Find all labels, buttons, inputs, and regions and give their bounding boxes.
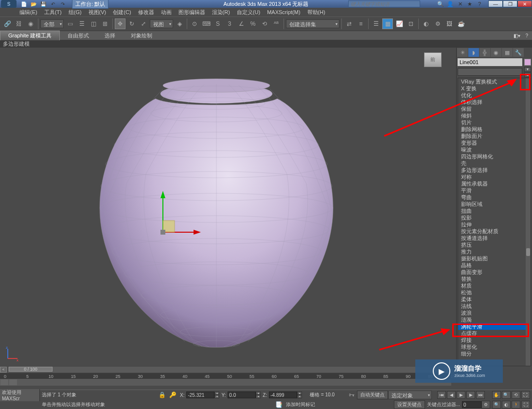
curve-editor-icon[interactable]: 📈 [394, 18, 405, 29]
nav-zoom-icon[interactable]: 🔍 [502, 391, 511, 399]
play-icon[interactable]: ▶ [457, 391, 465, 399]
object-name-field[interactable]: Line001 [458, 58, 522, 66]
sub-ribbon[interactable]: 多边形建模 [0, 40, 532, 48]
render-icon[interactable]: ☕ [456, 18, 466, 29]
qat-save-icon[interactable]: 💾 [39, 0, 48, 7]
search-input[interactable] [348, 0, 420, 7]
move-icon[interactable]: ✥ [115, 18, 125, 29]
current-frame-input[interactable] [462, 401, 481, 408]
scrollbar[interactable] [526, 78, 531, 366]
layer-icon[interactable]: ☰ [371, 18, 381, 29]
bind-icon[interactable]: ◉ [25, 18, 36, 29]
menu-edit[interactable]: 编辑(E) [19, 9, 37, 16]
viewport[interactable]: 前 z x [0, 48, 451, 366]
modifier-item[interactable]: 体积选择 [458, 99, 531, 105]
modifier-item[interactable]: 曲面变形 [458, 269, 531, 275]
snap-spinner-icon[interactable]: ⟲ [259, 18, 270, 29]
modifier-item[interactable]: 球形化 [458, 343, 531, 350]
nav-pan-icon[interactable]: ✋ [492, 391, 501, 399]
render-setup-icon[interactable]: ⚙ [432, 18, 443, 29]
qat-redo-icon[interactable]: ↷ [58, 0, 67, 7]
favorites-icon[interactable]: ★ [466, 0, 474, 7]
modifier-item[interactable]: 对称 [458, 173, 531, 180]
nav-max2-icon[interactable]: ⛶ [521, 401, 530, 409]
menu-tools[interactable]: 工具(T) [44, 9, 62, 16]
tab-create-icon[interactable]: ✳ [457, 48, 468, 57]
modifier-item[interactable]: 删除网格 [458, 126, 531, 133]
viewcube[interactable]: 前 [424, 52, 443, 67]
keyboard-icon[interactable]: ⌨ [201, 18, 212, 29]
scale-icon[interactable]: ⤢ [138, 18, 149, 29]
tab-motion-icon[interactable]: ◉ [491, 48, 501, 57]
key-icon[interactable]: 🔑 [167, 390, 178, 400]
manipulate-icon[interactable]: ⊙ [189, 18, 200, 29]
snap-abc-icon[interactable]: ᴬᴮ [271, 18, 282, 29]
schematic-icon[interactable]: ⊡ [406, 18, 416, 29]
coord-y-input[interactable] [228, 392, 256, 398]
menu-graph[interactable]: 图形编辑器 [178, 9, 205, 16]
modifier-item[interactable]: 优化 [458, 92, 531, 99]
object-color-swatch[interactable] [524, 59, 531, 66]
timeconfig-icon[interactable]: ⚙ [481, 401, 490, 409]
snap-percent-icon[interactable]: % [248, 18, 258, 29]
minimize-button[interactable]: — [488, 0, 503, 7]
modifier-list-dropdown[interactable] [458, 68, 522, 76]
modifier-item[interactable]: 弯曲 [458, 194, 531, 201]
exchange-icon[interactable]: ✕ [456, 0, 464, 7]
viewport-scene[interactable] [0, 48, 451, 366]
keyfilter-button[interactable]: 关键点过滤器... [425, 401, 462, 408]
tab-utilities-icon[interactable]: 🔧 [513, 48, 524, 57]
modifier-item[interactable]: 属性承载器 [458, 180, 531, 187]
modifier-item[interactable]: 按元素分配材质 [458, 228, 531, 235]
menu-custom[interactable]: 自定义(U) [237, 9, 260, 16]
link-icon[interactable]: 🔗 [2, 18, 13, 29]
time-slider[interactable]: 0 / 100 [8, 367, 443, 373]
nav-orbit-icon[interactable]: ⟲ [512, 391, 520, 399]
tab-display-icon[interactable]: ▦ [502, 48, 513, 57]
ribbon-tab-paint[interactable]: 对象绘制 [123, 31, 160, 40]
align-icon[interactable]: ≡ [355, 18, 366, 29]
autokey-button[interactable]: 自动关键点 [357, 391, 388, 399]
modifier-item[interactable]: 晶格 [458, 262, 531, 269]
maximize-button[interactable]: ❐ [503, 0, 517, 7]
nav-fov-icon[interactable]: ◐ [502, 401, 511, 409]
keymode-icon[interactable]: 🗝 [346, 390, 357, 400]
app-icon[interactable]: S [1, 0, 17, 8]
rotate-icon[interactable]: ↻ [126, 18, 137, 29]
ribbon-tab-graphite[interactable]: Graphite 建模工具 [0, 31, 60, 40]
modifier-item[interactable]: 焊接 [458, 337, 531, 343]
modifier-item[interactable]: 变形器 [458, 139, 531, 146]
menu-modifiers[interactable]: 修改器 [138, 9, 154, 16]
goto-start-icon[interactable]: ⏮ [437, 391, 446, 399]
snap-s-icon[interactable]: S [213, 18, 223, 29]
menu-animation[interactable]: 动画 [161, 9, 172, 16]
menu-group[interactable]: 组(G) [69, 9, 82, 16]
modifier-item[interactable]: 推力 [458, 248, 531, 255]
nav-max-icon[interactable]: ⛶ [521, 391, 530, 399]
named-selection-set[interactable]: 创建选择集 [286, 19, 339, 28]
modifier-item[interactable]: 多边形选择 [458, 167, 531, 173]
time-ruler[interactable]: 0510152025303540455055606570758085909510… [0, 373, 451, 379]
select-icon[interactable]: ▭ [65, 18, 75, 29]
modifier-item[interactable]: 影响区域 [458, 201, 531, 207]
nav-zoom2-icon[interactable]: 🔍 [492, 401, 501, 409]
modifier-item[interactable]: 挤压 [458, 241, 531, 248]
close-button[interactable]: ✕ [517, 0, 532, 7]
menu-create[interactable]: 创建(C) [113, 9, 131, 16]
ribbon-tab-freeform[interactable]: 自由形式 [60, 31, 97, 40]
track-btn2[interactable] [9, 379, 17, 385]
modifier-item[interactable]: 柔体 [458, 296, 531, 303]
modifier-item[interactable]: 保留 [458, 105, 531, 112]
unlink-icon[interactable]: ⛓ [14, 18, 24, 29]
modifier-item[interactable]: 波浪 [458, 309, 531, 316]
modifier-list[interactable]: VRay 置换模式X 变换优化体积选择保留倾斜切片删除网格删除面片变形器噪波四边… [458, 78, 531, 366]
track-btn1[interactable] [0, 379, 8, 385]
modifier-item[interactable]: 四边形网格化 [458, 153, 531, 160]
modifier-item[interactable]: 删除面片 [458, 133, 531, 139]
pivot-icon[interactable]: ◈ [174, 18, 185, 29]
selection-filter[interactable]: 全部 [40, 19, 64, 28]
viewcube-face[interactable]: 前 [424, 52, 442, 67]
subscription-icon[interactable]: 👤 [446, 0, 454, 7]
time-slider-thumb[interactable]: 0 / 100 [9, 367, 53, 372]
ribbon-toggle-icon[interactable]: ▦ [382, 18, 393, 29]
